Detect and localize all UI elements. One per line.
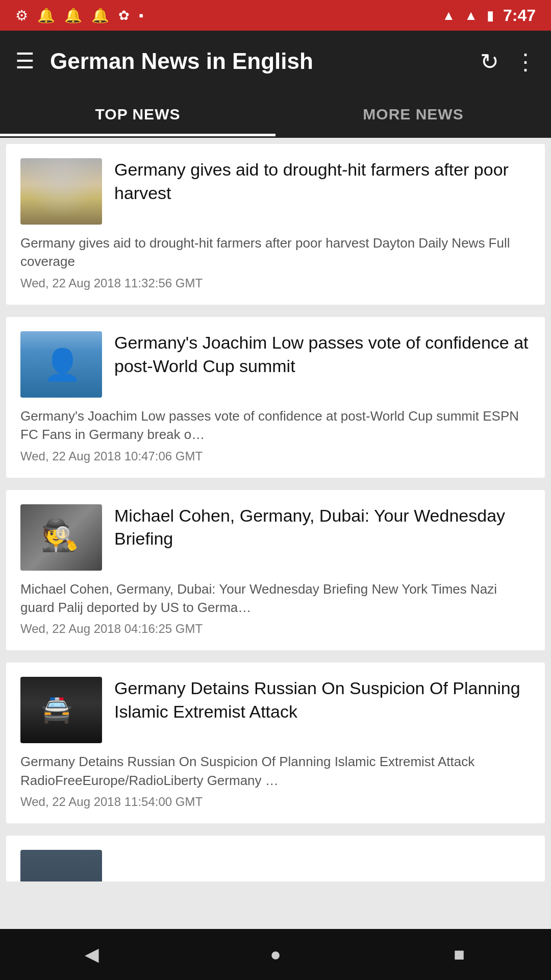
recents-button[interactable]: ■ <box>444 939 474 970</box>
news-card-2[interactable]: Germany's Joachim Low passes vote of con… <box>6 317 545 478</box>
status-left-icons: ⚙ 🔔 🔔 🔔 ✿ ▪ <box>15 7 143 24</box>
wifi-icon: ▲ <box>442 8 455 23</box>
signal-icon: ▲ <box>464 8 478 23</box>
news-thumbnail-3 <box>20 504 102 571</box>
status-right-icons: ▲ ▲ ▮ 7:47 <box>442 6 536 25</box>
news-thumbnail-4 <box>20 677 102 743</box>
news-summary-1: Germany gives aid to drought-hit farmers… <box>20 234 531 271</box>
news-thumbnail-2 <box>20 331 102 398</box>
settings-icon: ⚙ <box>15 7 28 24</box>
app-title: German News in English <box>50 48 480 74</box>
news-thumbnail-1 <box>20 158 102 225</box>
news-list: Germany gives aid to drought-hit farmers… <box>0 138 551 929</box>
menu-icon[interactable]: ☰ <box>15 51 35 72</box>
back-button[interactable]: ◀ <box>77 939 107 970</box>
tab-bar: TOP NEWS MORE NEWS <box>0 92 551 138</box>
bell-icon-2: 🔔 <box>64 7 82 24</box>
bell-icon-1: 🔔 <box>37 7 55 24</box>
news-summary-2: Germany's Joachim Low passes vote of con… <box>20 407 531 444</box>
news-card-1-top: Germany gives aid to drought-hit farmers… <box>20 158 531 225</box>
home-button[interactable]: ● <box>260 939 291 970</box>
news-timestamp-2: Wed, 22 Aug 2018 10:47:06 GMT <box>20 449 531 463</box>
bottom-nav: ◀ ● ■ <box>0 929 551 980</box>
news-headline-2: Germany's Joachim Low passes vote of con… <box>114 331 531 378</box>
news-card-3-top: Michael Cohen, Germany, Dubai: Your Wedn… <box>20 504 531 571</box>
news-card-2-top: Germany's Joachim Low passes vote of con… <box>20 331 531 398</box>
news-headline-1: Germany gives aid to drought-hit farmers… <box>114 158 531 205</box>
refresh-icon[interactable]: ↻ <box>480 48 499 75</box>
top-bar-actions: ↻ ⋮ <box>480 48 536 75</box>
status-time: 7:47 <box>503 6 536 25</box>
flower-icon: ✿ <box>118 8 130 23</box>
news-thumbnail-5 <box>20 850 102 881</box>
news-timestamp-1: Wed, 22 Aug 2018 11:32:56 GMT <box>20 276 531 290</box>
bell-icon-3: 🔔 <box>91 7 109 24</box>
news-headline-4: Germany Detains Russian On Suspicion Of … <box>114 677 531 724</box>
news-summary-4: Germany Detains Russian On Suspicion Of … <box>20 752 531 790</box>
top-bar: ☰ German News in English ↻ ⋮ <box>0 31 551 92</box>
overflow-menu-icon[interactable]: ⋮ <box>514 48 536 75</box>
tab-top-news[interactable]: TOP NEWS <box>0 92 276 136</box>
tab-more-news[interactable]: MORE NEWS <box>276 92 551 136</box>
news-card-5-top <box>20 850 531 881</box>
news-timestamp-3: Wed, 22 Aug 2018 04:16:25 GMT <box>20 622 531 636</box>
sim-icon: ▪ <box>139 8 143 23</box>
battery-icon: ▮ <box>487 8 494 23</box>
news-card-1[interactable]: Germany gives aid to drought-hit farmers… <box>6 144 545 305</box>
status-bar: ⚙ 🔔 🔔 🔔 ✿ ▪ ▲ ▲ ▮ 7:47 <box>0 0 551 31</box>
news-card-3[interactable]: Michael Cohen, Germany, Dubai: Your Wedn… <box>6 490 545 651</box>
news-card-4-top: Germany Detains Russian On Suspicion Of … <box>20 677 531 743</box>
news-summary-3: Michael Cohen, Germany, Dubai: Your Wedn… <box>20 580 531 617</box>
news-card-5[interactable] <box>6 836 545 881</box>
news-headline-3: Michael Cohen, Germany, Dubai: Your Wedn… <box>114 504 531 551</box>
news-timestamp-4: Wed, 22 Aug 2018 11:54:00 GMT <box>20 795 531 809</box>
news-card-4[interactable]: Germany Detains Russian On Suspicion Of … <box>6 663 545 823</box>
